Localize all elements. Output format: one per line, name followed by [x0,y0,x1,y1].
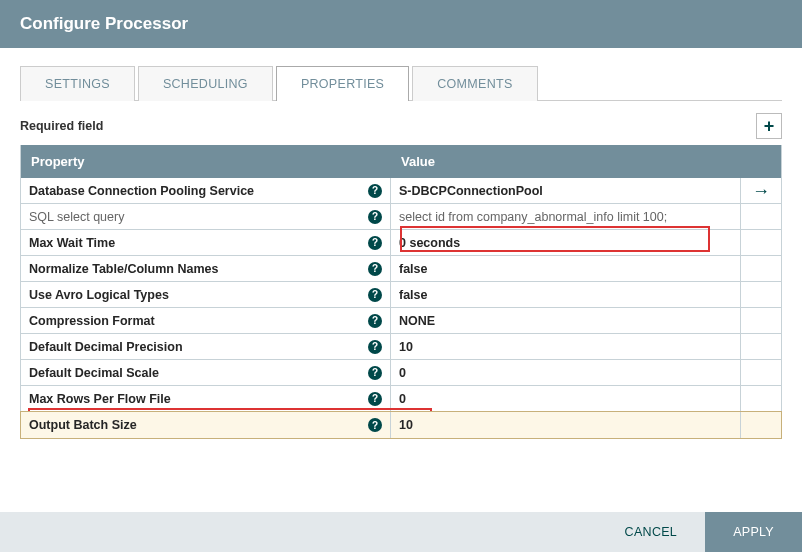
dialog-content: SETTINGS SCHEDULING PROPERTIES COMMENTS … [0,48,802,512]
property-action-cell: → [741,178,781,203]
table-row[interactable]: Max Rows Per Flow File?0 [21,386,781,412]
button-label: CANCEL [625,525,678,539]
property-action-cell [741,308,781,333]
property-value: 0 seconds [399,236,460,250]
table-row[interactable]: Compression Format?NONE [21,308,781,334]
property-action-cell [741,360,781,385]
property-value-cell[interactable]: 0 [391,360,741,385]
property-value-cell[interactable]: 10 [391,412,741,438]
cancel-button[interactable]: CANCEL [597,512,706,552]
property-value: 10 [399,418,413,432]
apply-button[interactable]: APPLY [705,512,802,552]
property-name: SQL select query [29,210,124,224]
property-value-cell[interactable]: 10 [391,334,741,359]
property-name-cell: Use Avro Logical Types? [21,282,391,307]
property-action-cell [741,334,781,359]
help-icon[interactable]: ? [368,184,382,198]
property-value: 10 [399,340,413,354]
table-row[interactable]: Output Batch Size?10 [21,412,781,438]
property-name-cell: Max Wait Time? [21,230,391,255]
table-row[interactable]: Default Decimal Scale?0 [21,360,781,386]
configure-processor-dialog: Configure Processor SETTINGS SCHEDULING … [0,0,802,552]
property-name: Compression Format [29,314,155,328]
property-value-cell[interactable]: false [391,282,741,307]
property-value: 0 [399,366,406,380]
button-label: APPLY [733,525,774,539]
property-value-cell[interactable]: NONE [391,308,741,333]
properties-table-header: Property Value [20,145,782,178]
tab-label: COMMENTS [437,77,512,91]
property-value-cell[interactable]: select id from company_abnormal_info lim… [391,204,741,229]
properties-table-body: Database Connection Pooling Service?S-DB… [20,178,782,439]
required-field-row: Required field + [20,113,782,139]
property-value: select id from company_abnormal_info lim… [399,210,667,224]
property-value-cell[interactable]: 0 [391,386,741,411]
help-icon[interactable]: ? [368,262,382,276]
property-name: Max Wait Time [29,236,115,250]
property-value: false [399,288,428,302]
table-row[interactable]: Database Connection Pooling Service?S-DB… [21,178,781,204]
property-name-cell: SQL select query? [21,204,391,229]
tab-label: SCHEDULING [163,77,248,91]
property-value-cell[interactable]: S-DBCPConnectionPool [391,178,741,203]
property-name-cell: Default Decimal Scale? [21,360,391,385]
property-name: Max Rows Per Flow File [29,392,171,406]
table-row[interactable]: Default Decimal Precision?10 [21,334,781,360]
tab-comments[interactable]: COMMENTS [412,66,537,101]
table-row[interactable]: Use Avro Logical Types?false [21,282,781,308]
table-row[interactable]: Max Wait Time?0 seconds [21,230,781,256]
column-header-actions [741,145,781,178]
help-icon[interactable]: ? [368,288,382,302]
property-action-cell [741,282,781,307]
property-name: Default Decimal Scale [29,366,159,380]
tab-label: SETTINGS [45,77,110,91]
tab-label: PROPERTIES [301,77,384,91]
help-icon[interactable]: ? [368,340,382,354]
property-action-cell [741,412,781,438]
help-icon[interactable]: ? [368,236,382,250]
property-action-cell [741,230,781,255]
help-icon[interactable]: ? [368,314,382,328]
dialog-footer: CANCEL APPLY [0,512,802,552]
property-value: S-DBCPConnectionPool [399,184,543,198]
help-icon[interactable]: ? [368,418,382,432]
property-value: NONE [399,314,435,328]
property-name-cell: Compression Format? [21,308,391,333]
tab-scheduling[interactable]: SCHEDULING [138,66,273,101]
property-value-cell[interactable]: 0 seconds [391,230,741,255]
property-action-cell [741,204,781,229]
goto-icon[interactable]: → [752,182,770,200]
help-icon[interactable]: ? [368,210,382,224]
column-header-property: Property [21,145,391,178]
property-value: false [399,262,428,276]
property-name: Use Avro Logical Types [29,288,169,302]
tab-bar: SETTINGS SCHEDULING PROPERTIES COMMENTS [20,66,782,101]
property-name: Output Batch Size [29,418,137,432]
property-name: Normalize Table/Column Names [29,262,218,276]
column-header-value: Value [391,145,741,178]
dialog-title: Configure Processor [0,0,802,48]
property-value: 0 [399,392,406,406]
property-value-cell[interactable]: false [391,256,741,281]
help-icon[interactable]: ? [368,366,382,380]
property-name-cell: Normalize Table/Column Names? [21,256,391,281]
table-row[interactable]: SQL select query?select id from company_… [21,204,781,230]
property-name-cell: Output Batch Size? [21,412,391,438]
plus-icon: + [764,116,775,137]
property-name-cell: Default Decimal Precision? [21,334,391,359]
property-name: Default Decimal Precision [29,340,183,354]
property-name: Database Connection Pooling Service [29,184,254,198]
add-property-button[interactable]: + [756,113,782,139]
help-icon[interactable]: ? [368,392,382,406]
property-name-cell: Database Connection Pooling Service? [21,178,391,203]
tab-settings[interactable]: SETTINGS [20,66,135,101]
tab-properties[interactable]: PROPERTIES [276,66,409,101]
property-action-cell [741,256,781,281]
property-name-cell: Max Rows Per Flow File? [21,386,391,411]
table-row[interactable]: Normalize Table/Column Names?false [21,256,781,282]
property-action-cell [741,386,781,411]
required-field-label: Required field [20,119,103,133]
